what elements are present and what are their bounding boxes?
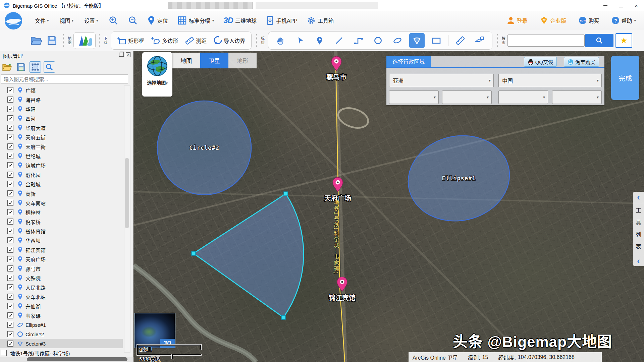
fill-style-tool[interactable] xyxy=(472,33,487,48)
layer-row[interactable]: 天府三街 xyxy=(0,142,123,151)
tab-map[interactable]: 地图 xyxy=(172,53,200,68)
layer-label[interactable]: 天府三街 xyxy=(25,143,46,150)
layer-label[interactable]: 金融城 xyxy=(25,181,41,188)
layer-label[interactable]: 省体育馆 xyxy=(25,228,46,235)
layer-checkbox[interactable] xyxy=(7,284,13,290)
layer-label[interactable]: 桐梓林 xyxy=(25,209,41,216)
layer-label[interactable]: 锦江宾馆 xyxy=(25,246,46,253)
layer-checkbox[interactable] xyxy=(7,200,13,206)
sector-tool[interactable] xyxy=(409,33,425,48)
layer-label[interactable]: 华西坝 xyxy=(25,237,41,244)
buy-button[interactable]: BUY! 购买 xyxy=(576,14,602,26)
circle-tool[interactable] xyxy=(370,33,386,48)
layer-row[interactable]: 四河 xyxy=(0,114,123,123)
maximize-button[interactable] xyxy=(613,0,629,11)
layer-row[interactable]: 省体育馆 xyxy=(0,226,123,236)
scrollbar-thumb[interactable] xyxy=(27,357,127,361)
measure-area-tool[interactable] xyxy=(452,33,468,48)
layer-checkbox[interactable] xyxy=(7,172,13,178)
layer-label[interactable]: 韦家碾 xyxy=(25,312,41,319)
globe-3d-button[interactable]: 3D 三维地球 xyxy=(220,14,260,27)
layer-label[interactable]: 世纪城 xyxy=(25,153,41,160)
menu-file[interactable]: 文件 ▾ xyxy=(31,14,53,27)
layer-row[interactable]: 世纪城 xyxy=(0,151,123,161)
taobao-buy-button[interactable]: 淘宝购买 xyxy=(564,57,599,67)
panel-float-icon[interactable] xyxy=(119,53,124,57)
layer-checkbox[interactable] xyxy=(7,247,13,253)
layer-row[interactable]: 升仙湖 xyxy=(0,301,123,311)
tool-list-strip[interactable]: ‹ 工具列表 ‹ xyxy=(633,192,644,266)
done-button[interactable]: 完成 xyxy=(611,56,639,100)
layer-checkbox[interactable] xyxy=(7,87,13,93)
marker-tool[interactable] xyxy=(312,33,327,48)
layer-row[interactable]: 孵化园 xyxy=(0,170,123,179)
layer-row[interactable]: Ellipse#1 xyxy=(0,320,123,329)
layer-checkbox[interactable] xyxy=(7,265,13,272)
layer-checkbox[interactable] xyxy=(7,275,13,281)
layer-search-input[interactable] xyxy=(1,74,128,84)
layer-checkbox[interactable] xyxy=(7,115,13,121)
layer-checkbox[interactable] xyxy=(7,209,13,215)
layer-row[interactable]: 高新 xyxy=(0,189,123,198)
layer-checkbox[interactable] xyxy=(7,162,13,168)
layer-checkbox[interactable] xyxy=(7,106,13,112)
region-panel-tab[interactable]: 选择行政区域 xyxy=(386,56,431,67)
layer-row[interactable]: 骡马市 xyxy=(0,264,123,273)
layer-label[interactable]: 火车北站 xyxy=(25,293,46,300)
measure-button[interactable]: 测距 xyxy=(181,36,210,45)
layer-label[interactable]: 锦城广场 xyxy=(25,162,46,169)
rect-frame-button[interactable]: 矩形框 xyxy=(114,36,148,45)
layer-checkbox[interactable] xyxy=(7,256,13,262)
layer-row[interactable]: 锦城广场 xyxy=(0,161,123,170)
line-tool[interactable] xyxy=(331,33,347,48)
standard-sheet-button[interactable]: 标准分幅 ▾ xyxy=(174,14,218,27)
layer-checkbox[interactable] xyxy=(7,153,13,159)
layer-list-horizontal-scrollbar[interactable] xyxy=(0,357,133,362)
phone-app-button[interactable]: 手机APP xyxy=(263,14,301,27)
province-select[interactable]: ▾ xyxy=(389,90,439,104)
layer-row[interactable]: 天府五街 xyxy=(0,132,123,142)
qq-chat-button[interactable]: QQ交谈 xyxy=(524,57,557,67)
layer-checkbox[interactable] xyxy=(7,237,13,243)
save-project-button[interactable] xyxy=(44,33,60,48)
layer-label[interactable]: 天府五街 xyxy=(25,134,46,141)
layer-checkbox[interactable] xyxy=(7,322,13,328)
panel-close-icon[interactable]: × xyxy=(126,52,130,57)
minimap[interactable]: 3D xyxy=(135,313,175,348)
layer-checkbox[interactable] xyxy=(7,125,13,131)
layer-checkbox[interactable] xyxy=(7,312,13,318)
shape-sector3[interactable] xyxy=(194,194,304,317)
layer-row[interactable]: 广福 xyxy=(0,85,123,95)
layer-label[interactable]: 四河 xyxy=(25,115,36,122)
layer-checkbox[interactable] xyxy=(7,219,13,225)
layer-checkbox[interactable] xyxy=(7,97,13,103)
layer-row[interactable]: 海昌路 xyxy=(0,95,123,104)
search-button[interactable] xyxy=(585,34,613,47)
layer-label[interactable]: 人民北路 xyxy=(25,284,46,291)
layer-row[interactable]: 锦江宾馆 xyxy=(0,245,123,254)
close-button[interactable]: × xyxy=(629,0,644,11)
layer-row[interactable]: 人民北路 xyxy=(0,283,123,292)
layer-row[interactable]: 韦家碾 xyxy=(0,311,123,320)
layer-row[interactable]: 华阳 xyxy=(0,104,123,114)
layer-label[interactable]: 广福 xyxy=(25,87,36,94)
layer-row[interactable]: 天府广场 xyxy=(0,254,123,264)
layer-label[interactable]: 火车南站 xyxy=(25,199,46,206)
layer-row[interactable]: 文殊院 xyxy=(0,273,123,283)
layer-row[interactable]: 金融城 xyxy=(0,179,123,189)
layer-row[interactable]: 地铁1号线(韦家碾--科学城) xyxy=(0,348,123,357)
select-arrow-tool[interactable] xyxy=(292,33,308,48)
layer-label[interactable]: 华府大道 xyxy=(25,124,46,131)
polyline-tool[interactable] xyxy=(351,33,366,48)
tab-terrain[interactable]: 地形 xyxy=(228,53,257,68)
marker-pin-luomashi[interactable] xyxy=(331,56,341,71)
layer-label[interactable]: Sector#3 xyxy=(25,341,46,347)
rectangle-tool[interactable] xyxy=(429,33,444,48)
minimize-button[interactable] xyxy=(598,0,613,11)
layer-checkbox[interactable] xyxy=(7,341,13,347)
continent-select[interactable]: 亚洲 ▾ xyxy=(389,74,494,87)
minimap-3d-badge[interactable]: 3D xyxy=(160,339,175,348)
layer-label[interactable]: 地铁1号线(韦家碾--科学城) xyxy=(10,350,70,357)
layer-checkbox[interactable] xyxy=(7,134,13,140)
toolbox-button[interactable]: 工具箱 xyxy=(304,14,337,27)
